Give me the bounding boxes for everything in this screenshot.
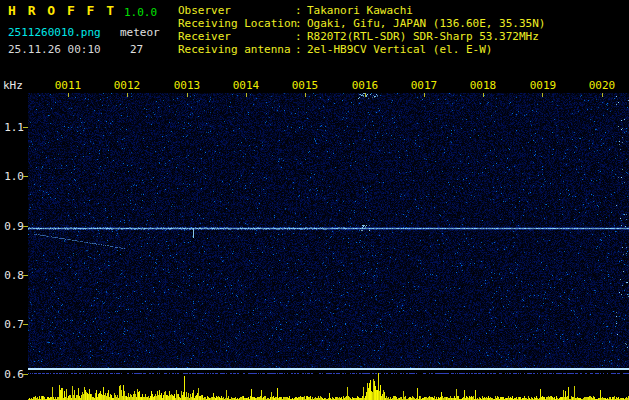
time-label: 0012 [113,79,141,92]
freq-label: 0.7 [2,318,24,331]
time-label: 0018 [469,79,497,92]
time-label: 0013 [173,79,201,92]
info-row-location: Receiving Location : Ogaki, Gifu, JAPAN … [178,17,545,30]
info-colon: : [295,4,305,17]
info-colon: : [295,17,305,30]
time-tick [542,93,543,97]
info-value: R820T2(RTL-SDR) SDR-Sharp 53.372MHz [307,30,539,43]
time-tick [424,93,425,97]
echo-count: 27 [130,43,143,56]
time-label: 0014 [232,79,260,92]
info-value: Ogaki, Gifu, JAPAN (136.60E, 35.35N) [307,17,545,30]
mode-label: meteor [120,26,160,39]
freq-tick [23,127,28,128]
time-tick [305,93,306,97]
info-value: 2el-HB9CV Vertical (el. E-W) [307,43,492,56]
time-tick [127,93,128,97]
timestamp: 25.11.26 00:10 [8,43,101,56]
output-filename: 2511260010.png [8,26,101,39]
time-tick [602,93,603,97]
info-label: Receiving Location [178,17,295,30]
freq-tick [23,275,28,276]
freq-label: 0.8 [2,269,24,282]
spectrogram-canvas [28,93,629,369]
app-title: H R O F F T [8,4,116,17]
time-label: 0011 [54,79,82,92]
freq-label: 1.1 [2,121,24,134]
info-row-receiver: Receiver : R820T2(RTL-SDR) SDR-Sharp 53.… [178,30,545,43]
time-label: 0019 [529,79,557,92]
freq-tick [23,374,28,375]
time-label: 0020 [588,79,616,92]
time-tick [68,93,69,97]
freq-tick [23,226,28,227]
freq-tick [23,176,28,177]
time-tick [187,93,188,97]
info-row-observer: Observer : Takanori Kawachi [178,4,545,17]
time-tick [246,93,247,97]
info-label: Observer [178,4,295,17]
time-label: 0016 [351,79,379,92]
signal-strength-canvas [28,370,629,400]
time-label: 0017 [410,79,438,92]
info-label: Receiving antenna [178,43,295,56]
freq-tick [23,324,28,325]
info-value: Takanori Kawachi [307,4,413,17]
app-version: 1.0.0 [124,6,157,19]
freq-label: 0.6 [2,368,24,381]
freq-unit-label: kHz [3,79,23,92]
time-tick [483,93,484,97]
time-label: 0015 [291,79,319,92]
station-info: Observer : Takanori Kawachi Receiving Lo… [178,4,545,56]
info-colon: : [295,30,305,43]
info-label: Receiver [178,30,295,43]
info-colon: : [295,43,305,56]
info-row-antenna: Receiving antenna : 2el-HB9CV Vertical (… [178,43,545,56]
freq-label: 1.0 [2,170,24,183]
freq-label: 0.9 [2,220,24,233]
hrofft-output: H R O F F T 1.0.0 2511260010.png meteor … [0,0,629,400]
time-tick [365,93,366,97]
